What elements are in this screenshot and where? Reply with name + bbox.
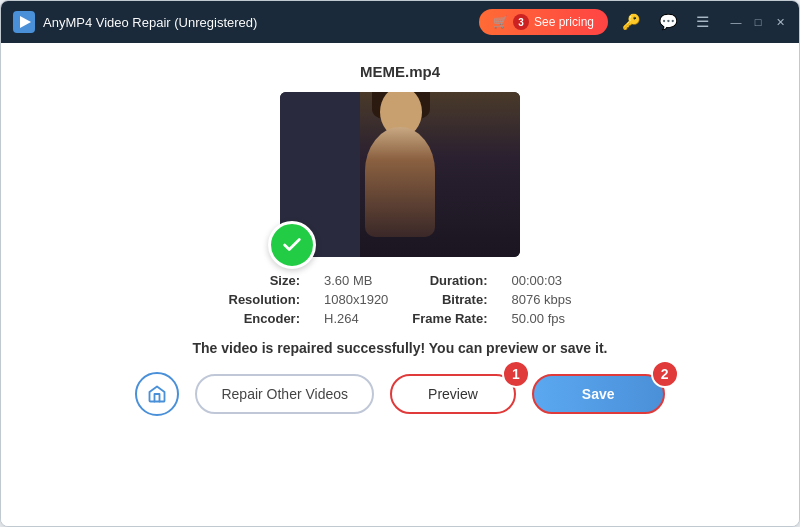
- video-filename: MEME.mp4: [360, 63, 440, 80]
- titlebar-actions: 🛒 3 See pricing 🔑 💬 ☰ — □ ✕: [479, 9, 787, 35]
- check-badge: [268, 221, 316, 269]
- key-icon-button[interactable]: 🔑: [618, 11, 645, 33]
- save-button-wrap: Save 2: [532, 374, 665, 414]
- resolution-value: 1080x1920: [324, 292, 388, 307]
- video-thumbnail: [280, 92, 520, 257]
- pricing-cart-icon: 🛒: [493, 15, 508, 29]
- window-controls: — □ ✕: [729, 15, 787, 29]
- preview-number-badge: 1: [502, 360, 530, 388]
- success-message: The video is repaired successfully! You …: [193, 340, 608, 356]
- titlebar: AnyMP4 Video Repair (Unregistered) 🛒 3 S…: [1, 1, 799, 43]
- pricing-badge: 3: [513, 14, 529, 30]
- preview-button[interactable]: Preview: [390, 374, 516, 414]
- save-button[interactable]: Save: [532, 374, 665, 414]
- home-icon: [147, 384, 167, 404]
- file-info: Size: 3.60 MB Duration: 00:00:03 Resolut…: [229, 273, 572, 326]
- close-button[interactable]: ✕: [773, 15, 787, 29]
- maximize-button[interactable]: □: [751, 15, 765, 29]
- duration-value: 00:00:03: [511, 273, 571, 288]
- main-content: MEME.mp4 Size: 3.60 MB Duration: 00:00:0…: [1, 43, 799, 526]
- save-number-badge: 2: [651, 360, 679, 388]
- minimize-button[interactable]: —: [729, 15, 743, 29]
- preview-button-wrap: Preview 1: [390, 374, 516, 414]
- app-title: AnyMP4 Video Repair (Unregistered): [43, 15, 479, 30]
- framerate-value: 50.00 fps: [511, 311, 571, 326]
- video-preview-wrap: [280, 92, 520, 257]
- bottom-actions: Repair Other Videos Preview 1 Save 2: [135, 372, 664, 416]
- success-message-text: The video is repaired successfully! You …: [193, 340, 608, 356]
- bitrate-value: 8076 kbps: [511, 292, 571, 307]
- duration-label: Duration:: [412, 273, 487, 288]
- chat-icon-button[interactable]: 💬: [655, 11, 682, 33]
- framerate-label: Frame Rate:: [412, 311, 487, 326]
- app-logo: [13, 11, 35, 33]
- pricing-label: See pricing: [534, 15, 594, 29]
- encoder-label: Encoder:: [229, 311, 301, 326]
- see-pricing-button[interactable]: 🛒 3 See pricing: [479, 9, 608, 35]
- resolution-label: Resolution:: [229, 292, 301, 307]
- bitrate-label: Bitrate:: [412, 292, 487, 307]
- home-button[interactable]: [135, 372, 179, 416]
- menu-icon-button[interactable]: ☰: [692, 11, 713, 33]
- thumb-figure: [365, 127, 435, 237]
- repair-others-button[interactable]: Repair Other Videos: [195, 374, 374, 414]
- encoder-value: H.264: [324, 311, 388, 326]
- size-value: 3.60 MB: [324, 273, 388, 288]
- size-label: Size:: [229, 273, 301, 288]
